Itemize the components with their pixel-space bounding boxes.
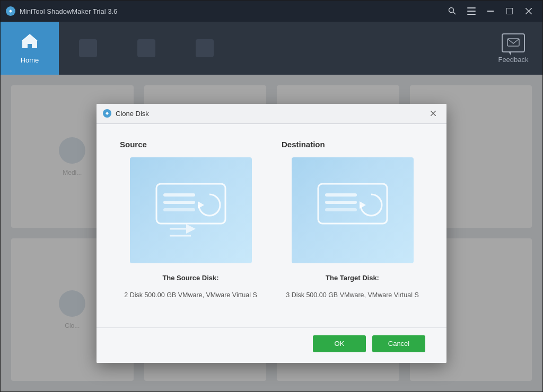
svg-rect-7 bbox=[506, 8, 513, 14]
target-disk-label: The Target Disk: bbox=[326, 274, 379, 282]
title-bar: MiniTool ShadowMaker Trial 3.6 bbox=[1, 1, 542, 22]
dialog-actions: OK Cancel bbox=[97, 327, 446, 363]
home-label: Home bbox=[21, 56, 39, 64]
destination-header: Destination bbox=[279, 140, 325, 149]
maximize-button[interactable] bbox=[501, 3, 518, 20]
feedback-label: Feedback bbox=[498, 56, 528, 64]
svg-rect-20 bbox=[325, 193, 357, 197]
svg-line-2 bbox=[453, 12, 456, 15]
feedback-icon bbox=[502, 33, 525, 52]
dialog-title-bar: Clone Disk bbox=[97, 104, 446, 124]
dialog-title-text: Clone Disk bbox=[116, 110, 149, 118]
cancel-button[interactable]: Cancel bbox=[372, 335, 425, 352]
target-disk-value: 3 Disk 500.00 GB VMware, VMware Virtual … bbox=[286, 290, 419, 311]
title-bar-controls bbox=[444, 3, 537, 20]
dialog-close-button[interactable] bbox=[426, 106, 440, 120]
svg-rect-6 bbox=[487, 11, 494, 12]
source-column: Source bbox=[118, 140, 264, 311]
destination-disk-icon bbox=[305, 173, 400, 247]
source-header: Source bbox=[118, 140, 147, 149]
svg-rect-21 bbox=[325, 201, 357, 204]
source-disk-icon bbox=[143, 173, 239, 247]
main-content: Medi... ...ount Clo... bbox=[1, 75, 542, 391]
destination-column: Destination bbox=[279, 140, 425, 311]
disk-columns: Source bbox=[118, 140, 425, 311]
close-button[interactable] bbox=[520, 3, 537, 20]
nav-backup[interactable] bbox=[59, 22, 117, 75]
search-button[interactable] bbox=[444, 3, 461, 20]
svg-rect-3 bbox=[467, 7, 476, 8]
svg-rect-15 bbox=[163, 193, 195, 197]
ok-button[interactable]: OK bbox=[313, 335, 366, 352]
modal-overlay: Clone Disk Source bbox=[1, 75, 542, 391]
minimize-button[interactable] bbox=[482, 3, 499, 20]
sync-icon bbox=[196, 39, 214, 57]
svg-point-1 bbox=[449, 8, 454, 13]
restore-icon bbox=[137, 39, 155, 57]
source-disk-visual[interactable] bbox=[130, 157, 252, 263]
destination-disk-visual[interactable] bbox=[292, 157, 414, 263]
svg-marker-18 bbox=[198, 201, 204, 209]
dialog-body: Source bbox=[97, 124, 446, 327]
svg-marker-23 bbox=[360, 201, 366, 209]
backup-icon bbox=[79, 39, 97, 57]
app-title: MiniTool ShadowMaker Trial 3.6 bbox=[20, 7, 117, 15]
nav-restore[interactable] bbox=[117, 22, 176, 75]
svg-rect-17 bbox=[163, 208, 195, 211]
app-window: MiniTool ShadowMaker Trial 3.6 bbox=[0, 0, 543, 392]
source-disk-value: 2 Disk 500.00 GB VMware, VMware Virtual … bbox=[124, 290, 257, 311]
dialog-title-left: Clone Disk bbox=[103, 109, 149, 118]
home-icon bbox=[21, 32, 39, 53]
menu-button[interactable] bbox=[463, 3, 480, 20]
title-bar-left: MiniTool ShadowMaker Trial 3.6 bbox=[6, 6, 117, 16]
nav-right: Feedback bbox=[484, 22, 542, 75]
nav-sync[interactable] bbox=[176, 22, 234, 75]
svg-rect-22 bbox=[325, 208, 357, 211]
nav-bar: Home Feedback bbox=[1, 22, 542, 75]
svg-rect-4 bbox=[467, 11, 476, 12]
dialog-app-icon bbox=[103, 109, 111, 118]
svg-rect-5 bbox=[467, 14, 476, 15]
nav-home[interactable]: Home bbox=[1, 22, 59, 75]
app-logo-icon bbox=[6, 6, 15, 16]
feedback-button[interactable]: Feedback bbox=[484, 28, 542, 69]
svg-rect-16 bbox=[163, 201, 195, 204]
clone-disk-dialog: Clone Disk Source bbox=[97, 104, 446, 363]
source-disk-label: The Source Disk: bbox=[162, 274, 218, 282]
